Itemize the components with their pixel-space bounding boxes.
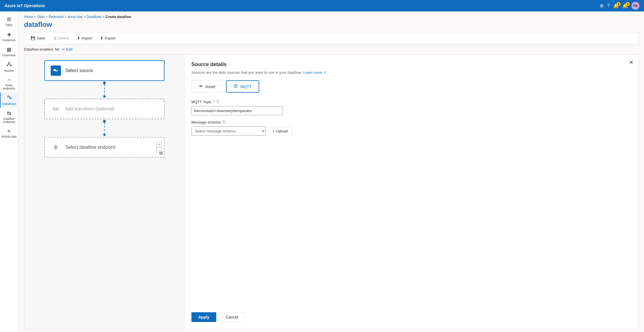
apply-button[interactable]: Apply [191,312,216,322]
sidebar-item-asset-endpoints-label: Asset endpoints [1,84,17,90]
two-panel: Select source Add transform (optional) [24,54,638,329]
top-nav-icons: ⚙ ? 🔔1 🔔1 PA [600,2,639,10]
required-star: * [213,100,214,104]
mqtt-icon [233,84,238,89]
sidebar-item-activity-logs-label: Activity logs [1,135,17,138]
message-schema-row: Select message schema + Upload [191,126,631,136]
sidebar-item-activity-logs[interactable]: ≡ Activity logs [0,126,18,140]
dataflow-status: Dataflow enabled: No [24,47,60,51]
sidebar-item-dataflow-endpoints-label: Dataflow endpoints [1,117,17,124]
dataflows-icon [7,95,12,101]
breadcrumb-current: Create dataflow [106,15,131,19]
main-layout: ⊞ Sites ◈ Instances ▦ Overview Assets ↔ … [0,11,644,332]
svg-line-3 [7,64,9,65]
transform-node[interactable]: Add transform (optional) [44,99,165,119]
alert2-badge: 1 [626,2,630,6]
content-area: Home > Sites > Redmond > donut-line > Da… [18,11,644,332]
sidebar-item-instances[interactable]: ◈ Instances [0,29,18,44]
sites-icon: ⊞ [7,16,11,22]
sidebar-item-dataflow-endpoints[interactable]: ⇆ Dataflow endpoints [0,108,18,126]
sidebar-item-overview[interactable]: ▦ Overview [0,44,18,59]
connector-2 [103,120,106,136]
cancel-button[interactable]: Cancel [219,312,245,322]
edit-button[interactable]: ✏ Edit [62,47,72,51]
svg-line-4 [9,64,11,65]
instances-icon: ◈ [7,31,11,37]
export-icon: ⬆ [100,36,103,40]
svg-point-0 [8,62,10,64]
endpoint-node[interactable]: Select dataflow endpoint + − ⊞ [44,137,165,158]
message-schema-info-icon[interactable]: ⓘ [222,120,225,125]
details-panel: ✕ Source details Sources are the data so… [185,55,638,329]
source-type-buttons: Asset MQTT [191,80,631,93]
assets-icon [7,61,12,68]
breadcrumb: Home > Sites > Redmond > donut-line > Da… [18,11,644,19]
activity-logs-icon: ≡ [7,128,11,134]
endpoint-node-label: Select dataflow endpoint [66,145,115,150]
alert1-badge: 1 [617,2,621,6]
sidebar-item-sites-label: Sites [5,23,12,27]
flow-panel: Select source Add transform (optional) [24,55,185,329]
alert1-icon[interactable]: 🔔1 [613,3,619,9]
endpoint-icon [51,142,61,152]
svg-point-2 [10,65,11,66]
svg-rect-8 [53,108,55,110]
delete-icon: 🗑 [53,36,57,40]
sidebar-item-instances-label: Instances [2,38,16,42]
dot-1 [103,81,106,84]
svg-rect-9 [57,108,58,110]
arrow-1 [103,96,106,98]
svg-rect-7 [53,69,56,71]
source-node-icon [51,65,61,76]
mqtt-button[interactable]: MQTT [226,80,259,93]
overview-icon: ▦ [7,46,11,53]
mqtt-topic-input[interactable] [191,106,283,115]
sidebar-item-sites[interactable]: ⊞ Sites [0,14,18,29]
delete-button[interactable]: 🗑 Delete [50,35,72,42]
message-schema-select[interactable]: Select message schema [191,126,266,136]
sidebar-item-dataflows-label: Dataflows [2,102,16,106]
import-button[interactable]: ⬇ Import [74,35,95,42]
dataflow-endpoints-icon: ⇆ [7,110,11,116]
top-nav: Azure IoT Operations ⚙ ? 🔔1 🔔1 PA [0,0,644,11]
export-button[interactable]: ⬆ Export [97,35,118,42]
page-title: dataflow [18,19,644,32]
mqtt-topic-label: MQTT Topic * ⓘ [191,100,631,104]
connector-1 [103,81,106,98]
import-icon: ⬇ [77,36,80,40]
action-buttons: Apply Cancel [191,312,245,322]
sidebar-item-overview-label: Overview [3,53,16,57]
asset-icon [199,84,203,89]
details-subtitle: Sources are the data sources that you wa… [191,70,631,75]
dot-2 [103,120,106,123]
arrow-2 [103,134,106,136]
mqtt-topic-info-icon[interactable]: ⓘ [216,100,219,104]
plus-button[interactable]: + [156,142,162,147]
sidebar-item-asset-endpoints[interactable]: ↔ Asset endpoints [0,75,18,92]
asset-button[interactable]: Asset [191,80,223,93]
help-icon[interactable]: ? [607,3,610,8]
avatar[interactable]: PA [631,2,639,10]
sidebar-item-dataflows[interactable]: Dataflows [0,92,18,108]
svg-point-1 [7,65,8,66]
toolbar: 💾 Save 🗑 Delete ⬇ Import ⬆ Export [24,32,638,44]
app-title: Azure IoT Operations [5,3,45,8]
save-button[interactable]: 💾 Save [28,35,48,42]
dashed-line-1 [104,84,105,96]
learn-more-link[interactable]: Learn more ↗ [303,70,326,75]
edit-icon: ✏ [62,47,65,51]
transform-icon [51,104,61,114]
dashed-line-2 [104,123,105,134]
settings-icon[interactable]: ⚙ [600,3,604,9]
asset-endpoints-icon: ↔ [7,77,12,83]
alert2-icon[interactable]: 🔔1 [622,3,628,9]
select-source-node[interactable]: Select source [44,60,165,81]
message-schema-label: Message schema ⓘ [191,120,631,125]
svg-point-13 [55,147,56,148]
save-icon: 💾 [31,36,35,40]
sidebar-item-assets[interactable]: Assets [0,59,18,75]
close-button[interactable]: ✕ [629,59,633,65]
sidebar: ⊞ Sites ◈ Instances ▦ Overview Assets ↔ … [0,11,18,332]
svg-rect-5 [7,96,9,97]
upload-button[interactable]: + Upload [268,127,292,135]
